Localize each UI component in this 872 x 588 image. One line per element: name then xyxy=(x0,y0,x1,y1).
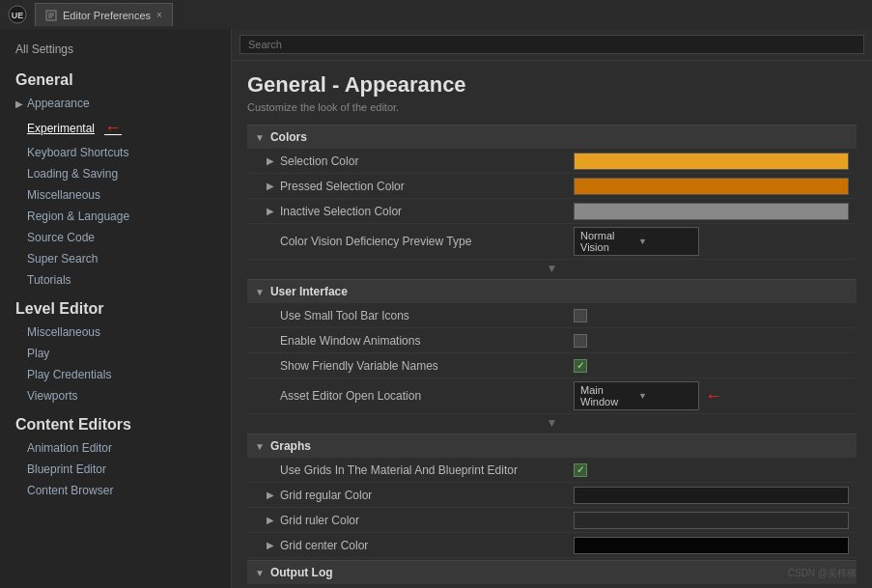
label-text: Asset Editor Open Location xyxy=(267,389,421,403)
grid-regular-color-swatch[interactable] xyxy=(574,487,849,504)
section-colors-label: Colors xyxy=(270,130,307,144)
sidebar-item-label: Source Code xyxy=(27,231,95,244)
sidebar-item-play[interactable]: Play xyxy=(0,343,231,364)
grid-center-color-value[interactable] xyxy=(566,534,857,557)
selection-color-value[interactable] xyxy=(566,150,857,173)
preferences-tab-icon xyxy=(45,10,57,21)
search-input[interactable] xyxy=(239,35,864,54)
property-row-grid-ruler-color: ▶ Grid ruler Color xyxy=(247,508,857,533)
property-row-use-grids: Use Grids In The Material And Blueprint … xyxy=(247,458,857,483)
property-row-inactive-selection-color: ▶ Inactive Selection Color xyxy=(247,199,857,224)
selection-color-label: ▶ Selection Color xyxy=(247,151,566,172)
label-text: Grid center Color xyxy=(280,539,368,552)
selection-color-swatch[interactable] xyxy=(574,153,849,170)
section-header-output-log[interactable]: ▼ Output Log xyxy=(247,560,857,584)
grid-regular-color-value[interactable] xyxy=(566,484,857,507)
sidebar-item-label: Blueprint Editor xyxy=(27,462,106,476)
sidebar-item-appearance[interactable]: ▶ Appearance xyxy=(0,93,231,114)
sidebar-item-content-browser[interactable]: Content Browser xyxy=(0,480,231,501)
section-graphs-label: Graphs xyxy=(270,439,311,453)
sidebar-item-animation-editor[interactable]: Animation Editor xyxy=(0,437,231,459)
pressed-selection-color-label: ▶ Pressed Selection Color xyxy=(247,176,566,197)
property-row-window-animations: Enable Window Animations xyxy=(247,328,857,353)
asset-editor-location-label: Asset Editor Open Location xyxy=(247,385,566,406)
property-row-pressed-selection-color: ▶ Pressed Selection Color xyxy=(247,174,857,199)
grid-center-color-swatch[interactable] xyxy=(574,537,849,554)
small-toolbar-checkbox[interactable] xyxy=(574,309,587,322)
inactive-selection-color-value[interactable] xyxy=(566,200,857,223)
sidebar-item-source-code[interactable]: Source Code xyxy=(0,227,231,248)
sidebar-item-play-credentials[interactable]: Play Credentials xyxy=(0,364,231,385)
sidebar-item-arrow-appearance: ▶ xyxy=(15,98,23,109)
color-vision-dropdown[interactable]: Normal Vision ▼ xyxy=(574,227,699,256)
property-row-friendly-variable-names: Show Friendly Variable Names xyxy=(247,353,857,378)
sidebar-item-keyboard-shortcuts[interactable]: Keyboard Shortcuts xyxy=(0,142,231,163)
property-row-grid-regular-color: ▶ Grid regular Color xyxy=(247,483,857,508)
sidebar-section-level-editor: Level Editor xyxy=(0,291,231,322)
page-title: General - Appearance xyxy=(247,72,857,98)
asset-editor-location-dropdown[interactable]: Main Window ▼ xyxy=(574,381,699,410)
friendly-variable-names-checkbox[interactable] xyxy=(574,359,587,373)
tab-close-button[interactable]: × xyxy=(156,10,162,20)
use-grids-checkbox[interactable] xyxy=(574,463,587,477)
sidebar-item-region-language[interactable]: Region & Language xyxy=(0,206,231,227)
sidebar-item-viewports[interactable]: Viewports xyxy=(0,385,231,406)
section-header-colors[interactable]: ▼ Colors xyxy=(247,125,857,149)
editor-preferences-tab[interactable]: Editor Preferences × xyxy=(35,3,173,26)
red-arrow-asset-editor: ← xyxy=(705,386,722,406)
section-user-interface: ▼ User Interface Use Small Tool Bar Icon… xyxy=(247,279,857,432)
small-toolbar-value xyxy=(566,306,857,325)
grid-center-color-label: ▶ Grid center Color xyxy=(247,535,566,556)
sidebar-item-experimental[interactable]: Experimental ← xyxy=(0,114,231,142)
label-text: Use Grids In The Material And Blueprint … xyxy=(267,463,518,477)
section-header-ui[interactable]: ▼ User Interface xyxy=(247,279,857,303)
property-row-color-vision: Color Vision Deficiency Preview Type Nor… xyxy=(247,224,857,260)
window-animations-checkbox[interactable] xyxy=(574,334,587,348)
expand-arrow-icon: ▶ xyxy=(267,540,274,550)
section-output-log: ▼ Output Log ▶ Background Color xyxy=(247,560,857,588)
color-vision-label: Color Vision Deficiency Preview Type xyxy=(247,231,566,252)
grid-regular-color-label: ▶ Grid regular Color xyxy=(247,485,566,506)
window-animations-label: Enable Window Animations xyxy=(247,330,566,351)
expand-arrow-icon: ▶ xyxy=(267,490,274,500)
section-header-graphs[interactable]: ▼ Graphs xyxy=(247,434,857,458)
color-vision-value: Normal Vision ▼ xyxy=(566,224,857,259)
label-text: Grid ruler Color xyxy=(280,514,359,527)
sidebar-item-blueprint-editor[interactable]: Blueprint Editor xyxy=(0,459,231,480)
svg-text:UE: UE xyxy=(12,11,24,20)
triangle-icon: ▼ xyxy=(255,441,265,452)
sidebar-item-label: Miscellaneous xyxy=(27,188,100,202)
inactive-selection-color-swatch[interactable] xyxy=(574,203,849,220)
sidebar-item-loading-saving[interactable]: Loading & Saving xyxy=(0,163,231,184)
sidebar-item-miscellaneous[interactable]: Miscellaneous xyxy=(0,184,231,206)
asset-editor-location-value: Main Window ▼ ← xyxy=(566,378,857,413)
sidebar-item-tutorials[interactable]: Tutorials xyxy=(0,269,231,291)
dropdown-arrow-icon: ▼ xyxy=(638,391,692,401)
dropdown-value: Normal Vision xyxy=(580,230,634,253)
sidebar-item-label: Super Search xyxy=(27,252,98,266)
label-text: Pressed Selection Color xyxy=(280,180,405,193)
label-text: Use Small Tool Bar Icons xyxy=(267,309,409,322)
expand-arrow-icon: ▶ xyxy=(267,181,274,191)
all-settings-link[interactable]: All Settings xyxy=(0,37,231,62)
watermark: CSDN @吴梓稀 xyxy=(788,567,857,580)
sidebar-item-level-miscellaneous[interactable]: Miscellaneous xyxy=(0,322,231,343)
triangle-icon: ▼ xyxy=(255,287,265,297)
background-color-value[interactable] xyxy=(566,585,857,589)
sidebar-item-label: Content Browser xyxy=(27,484,113,497)
sidebar-item-super-search[interactable]: Super Search xyxy=(0,248,231,269)
pressed-selection-color-swatch[interactable] xyxy=(574,178,849,195)
grid-ruler-color-value[interactable] xyxy=(566,509,857,532)
property-row-small-toolbar: Use Small Tool Bar Icons xyxy=(247,303,857,328)
sidebar-item-label: Appearance xyxy=(27,97,90,110)
content-panel: General - Appearance Customize the look … xyxy=(232,29,872,588)
pressed-selection-color-value[interactable] xyxy=(566,175,857,198)
property-row-background-color: ▶ Background Color xyxy=(247,584,857,588)
section-colors: ▼ Colors ▶ Selection Color ▶ xyxy=(247,125,857,277)
dropdown-value: Main Window xyxy=(580,384,634,407)
app-logo: UE xyxy=(8,5,27,24)
sidebar: All Settings General ▶ Appearance Experi… xyxy=(0,29,232,588)
sidebar-item-label: Loading & Saving xyxy=(27,167,118,181)
sidebar-item-label: Play xyxy=(27,347,49,360)
grid-ruler-color-swatch[interactable] xyxy=(574,512,849,529)
